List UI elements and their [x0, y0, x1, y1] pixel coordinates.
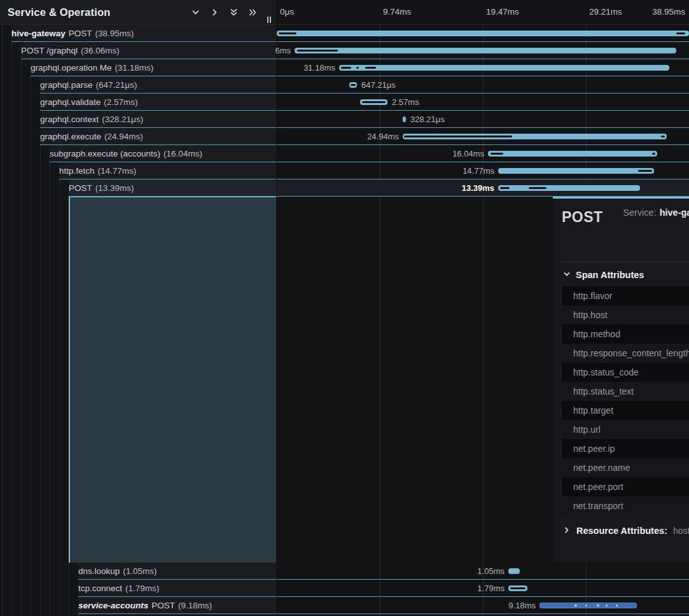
- span-attributes-toggle[interactable]: Span Attributes: [562, 262, 689, 286]
- collapse-all-icon[interactable]: [228, 7, 239, 18]
- span-duration-bar[interactable]: [403, 116, 406, 122]
- span-operation-name: POST /graphql: [21, 46, 78, 55]
- child-span-marker: [652, 153, 655, 155]
- span-tree-row: graphql.parse(647.21μs): [0, 76, 276, 94]
- child-span-marker: [362, 101, 386, 103]
- span-duration-text: (24.94ms): [104, 132, 143, 141]
- child-span-marker: [356, 67, 359, 69]
- span-row-name-cell[interactable]: dns.lookup(1.05ms): [78, 563, 276, 580]
- span-row-name-cell[interactable]: subgraph.execute (accounts)(16.04ms): [50, 145, 276, 162]
- span-duration-bar[interactable]: [277, 31, 689, 36]
- attribute-row: http.status_text"OK": [562, 382, 689, 401]
- span-duration-bar[interactable]: [508, 585, 527, 591]
- span-attributes-section: Span Attributes http.flavor"1.1"http.hos…: [562, 262, 689, 515]
- span-attributes-title: Span Attributes: [576, 270, 644, 280]
- ruler-tick-label: 0μs: [280, 7, 294, 17]
- attribute-row: http.status_code200: [562, 363, 689, 382]
- child-span-marker: [585, 605, 587, 606]
- span-duration-bar[interactable]: [539, 603, 637, 608]
- span-duration-text: (13.39ms): [95, 183, 134, 193]
- span-operation-name: POST: [69, 29, 92, 38]
- span-row-name-cell[interactable]: hive-gatewayPOST(38.95ms): [11, 25, 276, 42]
- span-row-name-cell[interactable]: service-accountsPOST(9.18ms): [78, 597, 276, 614]
- span-row-name-cell[interactable]: graphql.operation Me(31.18ms): [31, 59, 276, 76]
- span-timeline-row[interactable]: 13.39ms: [277, 179, 689, 197]
- span-tree-row: graphql.operation Me(31.18ms): [0, 59, 276, 76]
- span-tree-row: dns.lookup(1.05ms): [0, 563, 276, 580]
- panel-resize-grip[interactable]: [267, 17, 271, 23]
- attribute-row: http.url"http://localhost:4011/": [562, 420, 689, 439]
- attribute-key: http.method: [573, 329, 689, 339]
- span-duration-bar[interactable]: [488, 151, 657, 157]
- span-duration-bar[interactable]: [498, 168, 654, 174]
- span-row-name-cell[interactable]: graphql.context(328.21μs): [40, 111, 276, 128]
- span-operation-name: http.fetch: [59, 166, 95, 176]
- child-span-marker: [500, 187, 510, 189]
- attribute-row: net.peer.ip"::1": [562, 439, 689, 458]
- span-row-name-cell[interactable]: tcp.connect(1.79ms): [78, 580, 276, 597]
- child-span-marker: [606, 605, 608, 606]
- span-duration-text: (1.79ms): [125, 584, 159, 593]
- tree-header-title: Service & Operation: [0, 6, 111, 18]
- span-timeline-row[interactable]: 14.77ms: [277, 162, 689, 179]
- span-duration-bar[interactable]: [508, 568, 520, 574]
- span-tree-row: POST /graphql(36.06ms): [0, 42, 276, 59]
- span-timeline-row[interactable]: 1.05ms: [277, 563, 689, 580]
- tree-header: Service & Operation: [0, 0, 276, 25]
- span-operation-name: dns.lookup: [78, 566, 120, 576]
- span-timeline-row[interactable]: 9.18ms: [277, 597, 689, 614]
- bar-duration-label: 2.57ms: [392, 97, 419, 107]
- span-row-name-cell[interactable]: graphql.validate(2.57ms): [40, 94, 276, 111]
- span-timeline-row[interactable]: 16.04ms: [277, 145, 689, 162]
- span-timeline-row[interactable]: 2.57ms: [277, 94, 689, 111]
- resource-attribute-pair: host.arch=arm64: [673, 526, 689, 536]
- span-duration-bar[interactable]: [360, 99, 387, 105]
- resource-attributes-title: Resource Attributes:: [576, 526, 667, 536]
- span-row-name-cell[interactable]: graphql.execute(24.94ms): [40, 128, 276, 145]
- span-duration-bar[interactable]: [339, 65, 669, 71]
- span-tree-row: http.fetch(14.77ms): [0, 162, 276, 179]
- ruler-tick-label: 29.21ms: [589, 7, 622, 17]
- span-operation-name: graphql.operation Me: [31, 63, 112, 73]
- span-timeline-row[interactable]: 1.79ms: [277, 580, 689, 597]
- span-tree-row: graphql.execute(24.94ms): [0, 128, 276, 145]
- span-timeline-row[interactable]: 647.21μs: [277, 76, 689, 94]
- span-duration-text: (14.77ms): [98, 166, 137, 176]
- span-duration-bar[interactable]: [498, 185, 640, 191]
- child-span-marker: [574, 605, 577, 606]
- span-duration-text: (2.57ms): [104, 97, 137, 107]
- child-span-marker: [297, 50, 338, 52]
- span-timeline-row[interactable]: 328.21μs: [277, 111, 689, 128]
- attribute-row: net.transport"ip_tcp": [562, 496, 689, 515]
- attribute-row: net.peer.port4011: [562, 477, 689, 496]
- span-row-name-cell[interactable]: POST(13.39ms): [69, 179, 276, 197]
- child-span-marker: [616, 605, 618, 606]
- expand-one-icon[interactable]: [209, 7, 220, 18]
- resource-attributes-row[interactable]: Resource Attributes: host.arch=arm64host…: [562, 525, 689, 536]
- span-duration-bar[interactable]: [403, 134, 667, 139]
- child-span-marker: [279, 32, 296, 34]
- collapse-one-icon[interactable]: [190, 7, 201, 18]
- span-timeline-row[interactable]: 6ms: [277, 42, 689, 59]
- detail-meta-line: Service:hive-gatewayDuration:13.39msStar…: [623, 207, 689, 218]
- span-timeline-row[interactable]: 31.18ms: [277, 59, 689, 76]
- span-timeline-row[interactable]: 24.94ms: [277, 128, 689, 145]
- trace-viewer: Service & Operation hive-gatewayPOST(38.…: [0, 0, 689, 616]
- attribute-row: http.flavor"1.1": [562, 286, 689, 305]
- child-span-marker: [491, 153, 503, 155]
- span-duration-bar[interactable]: [295, 48, 676, 53]
- bar-duration-label: 1.05ms: [477, 566, 505, 576]
- span-duration-text: (31.18ms): [115, 63, 154, 73]
- span-id-row: SpanID: 4e21998f3b82abe6: [562, 542, 689, 554]
- span-row-name-cell[interactable]: graphql.parse(647.21μs): [40, 76, 276, 94]
- expand-all-icon[interactable]: [247, 7, 258, 18]
- span-operation-name: POST: [151, 601, 175, 610]
- span-duration-text: (328.21μs): [102, 115, 143, 124]
- span-timeline-row[interactable]: [277, 25, 689, 42]
- span-row-name-cell[interactable]: POST /graphql(36.06ms): [21, 42, 276, 59]
- chevron-down-icon: [563, 269, 571, 281]
- child-span-marker: [676, 32, 685, 34]
- span-duration-bar[interactable]: [349, 82, 357, 88]
- span-row-name-cell[interactable]: http.fetch(14.77ms): [59, 162, 276, 179]
- child-span-marker: [365, 67, 376, 69]
